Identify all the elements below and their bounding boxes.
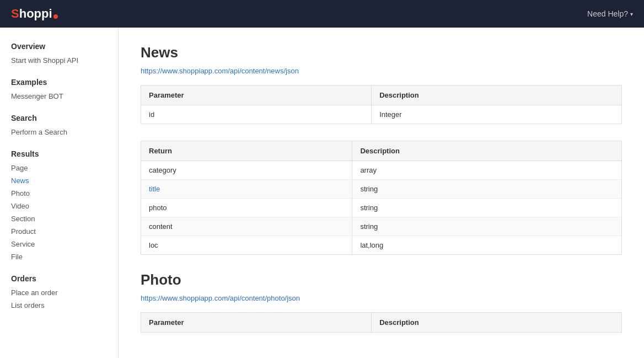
sidebar-item-start-api[interactable]: Start with Shoppi API	[0, 54, 118, 67]
photo-section: Photo https://www.shoppiapp.com/api/cont…	[141, 271, 622, 333]
news-return-loc: loc	[141, 236, 352, 255]
news-param-table: Parameter Description id Integer	[141, 85, 622, 124]
sidebar-group-search: Search Perform a Search	[0, 110, 118, 138]
news-return-content-desc: string	[352, 217, 622, 236]
news-return-photo-desc: string	[352, 199, 622, 217]
news-param-col-description: Description	[372, 86, 622, 105]
sidebar-item-section[interactable]: Section	[0, 212, 118, 225]
sidebar-item-list-orders[interactable]: List orders	[0, 299, 118, 312]
photo-param-col-description: Description	[372, 313, 622, 333]
sidebar-item-messenger-bot[interactable]: Messenger BOT	[0, 90, 118, 103]
news-return-title: title	[141, 180, 352, 199]
sidebar-item-photo[interactable]: Photo	[0, 187, 118, 200]
table-row: title string	[141, 180, 622, 199]
logo-s: S	[11, 7, 19, 21]
photo-param-table: Parameter Description	[141, 312, 622, 333]
logo-text: hoppi	[19, 7, 52, 21]
sidebar-title-examples: Examples	[0, 74, 118, 90]
news-return-content: content	[141, 217, 352, 236]
sidebar-title-overview: Overview	[0, 39, 118, 54]
sidebar-title-results: Results	[0, 146, 118, 162]
photo-api-link[interactable]: https://www.shoppiapp.com/api/content/ph…	[141, 294, 622, 302]
news-return-col-description: Description	[352, 141, 622, 161]
news-api-link[interactable]: https://www.shoppiapp.com/api/content/ne…	[141, 67, 622, 75]
logo: S hoppi	[11, 7, 58, 21]
logo-dot	[53, 14, 58, 19]
sidebar-item-perform-search[interactable]: Perform a Search	[0, 126, 118, 138]
news-return-title-desc: string	[352, 180, 622, 199]
sidebar-item-page[interactable]: Page	[0, 162, 118, 174]
sidebar-title-search: Search	[0, 110, 118, 126]
table-row: loc lat,long	[141, 236, 622, 255]
sidebar-group-results: Results Page News Photo Video Section Pr…	[0, 146, 118, 263]
news-param-id-desc: Integer	[372, 105, 622, 124]
news-return-photo: photo	[141, 199, 352, 217]
news-return-category-desc: array	[352, 161, 622, 180]
sidebar-group-examples: Examples Messenger BOT	[0, 74, 118, 103]
photo-heading: Photo	[141, 271, 622, 288]
sidebar: Overview Start with Shoppi API Examples …	[0, 28, 119, 358]
main-content: News https://www.shoppiapp.com/api/conte…	[119, 28, 644, 358]
sidebar-group-overview: Overview Start with Shoppi API	[0, 39, 118, 67]
layout: Overview Start with Shoppi API Examples …	[0, 28, 644, 358]
main-header: S hoppi Need Help?	[0, 0, 644, 28]
sidebar-item-video[interactable]: Video	[0, 200, 118, 212]
news-param-id: id	[141, 105, 372, 124]
news-heading: News	[141, 44, 622, 61]
news-return-col-return: Return	[141, 141, 352, 161]
sidebar-item-news[interactable]: News	[0, 174, 118, 187]
table-row: photo string	[141, 199, 622, 217]
table-row: id Integer	[141, 105, 622, 124]
sidebar-item-place-order[interactable]: Place an order	[0, 286, 118, 299]
news-section: News https://www.shoppiapp.com/api/conte…	[141, 44, 622, 255]
help-button[interactable]: Need Help?	[587, 9, 633, 18]
news-return-category: category	[141, 161, 352, 180]
sidebar-item-file[interactable]: File	[0, 250, 118, 263]
sidebar-item-product[interactable]: Product	[0, 225, 118, 238]
photo-param-col-parameter: Parameter	[141, 313, 372, 333]
table-row: category array	[141, 161, 622, 180]
news-return-loc-desc: lat,long	[352, 236, 622, 255]
sidebar-title-orders: Orders	[0, 271, 118, 286]
sidebar-item-service[interactable]: Service	[0, 238, 118, 250]
news-param-col-parameter: Parameter	[141, 86, 372, 105]
news-return-table: Return Description category array title …	[141, 141, 622, 255]
sidebar-group-orders: Orders Place an order List orders	[0, 271, 118, 312]
table-row: content string	[141, 217, 622, 236]
